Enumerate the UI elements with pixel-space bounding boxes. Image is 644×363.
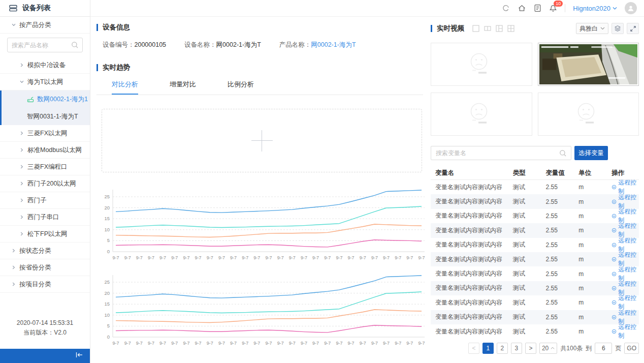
sidebar-product-group[interactable]: 模拟中冶设备 bbox=[0, 57, 90, 74]
device-info-field: 设备名称：网0002-1-海为T bbox=[184, 41, 261, 49]
trend-tab[interactable]: 对比分析 bbox=[112, 74, 138, 95]
layout-3-view-icon[interactable] bbox=[496, 25, 503, 32]
video-slot-camera[interactable] bbox=[538, 43, 639, 86]
chevron-right-icon bbox=[19, 215, 24, 220]
right-panel: 实时视频 bbox=[429, 17, 644, 363]
tree-item-label: 按项目分类 bbox=[19, 280, 51, 289]
trend-tab[interactable]: 比例分析 bbox=[228, 74, 254, 95]
sidebar-product-group[interactable]: 海为T以太网 bbox=[0, 74, 90, 90]
sidebar-product-group[interactable]: 西门子串口 bbox=[0, 209, 90, 226]
product-search bbox=[0, 34, 90, 57]
svg-text:9-7: 9-7 bbox=[324, 255, 331, 260]
remote-control-icon bbox=[611, 227, 617, 233]
content-row: 设备信息 设备编号：200000105设备名称：网0002-1-海为T产品名称：… bbox=[90, 17, 644, 363]
sidebar-category-group[interactable]: 按省份分类 bbox=[0, 259, 90, 276]
variable-name-cell: 变量名测试内容测试内容 bbox=[431, 269, 513, 278]
value-cell: 2.55 bbox=[545, 299, 578, 306]
select-variables-button[interactable]: 选择变量 bbox=[574, 146, 608, 160]
video-slot-empty[interactable] bbox=[431, 43, 532, 86]
sidebar-category-group[interactable]: 按项目分类 bbox=[0, 276, 90, 293]
device-info-fields: 设备编号：200000105设备名称：网0002-1-海为T产品名称：网0002… bbox=[103, 41, 429, 49]
trend-title: 实时趋势 bbox=[103, 63, 130, 72]
notification-bell-icon[interactable]: 10 bbox=[549, 4, 557, 13]
next-page-button[interactable]: > bbox=[525, 343, 536, 354]
device-info-section-title: 设备信息 bbox=[96, 23, 429, 32]
sidebar-category-group[interactable]: 按状态分类 bbox=[0, 243, 90, 259]
svg-text:9-7: 9-7 bbox=[406, 255, 413, 260]
unit-cell: m bbox=[578, 299, 611, 306]
page-button[interactable]: 3 bbox=[511, 343, 522, 354]
remote-control-icon bbox=[611, 314, 617, 320]
remote-control-label: 远程控制 bbox=[618, 323, 639, 340]
home-icon[interactable] bbox=[518, 4, 526, 12]
table-row: 变量名测试内容测试内容测试2.55m远程控制 bbox=[431, 194, 639, 208]
page-size-select[interactable]: 20 bbox=[539, 343, 557, 354]
video-grid bbox=[431, 43, 639, 136]
type-cell: 测试 bbox=[513, 183, 546, 192]
sidebar-group-by-product[interactable]: 按产品分类 bbox=[0, 17, 90, 34]
svg-text:25: 25 bbox=[104, 279, 110, 285]
camera-feed-image bbox=[539, 44, 637, 84]
remote-control-icon bbox=[611, 328, 617, 335]
device-info-field: 产品名称：网0002-1-海为T bbox=[279, 41, 356, 49]
svg-text:9-7: 9-7 bbox=[312, 255, 319, 260]
sidebar-device-item[interactable]: 智网0031-1-海为T bbox=[2, 108, 90, 125]
theme-select[interactable]: 典雅白 bbox=[576, 23, 608, 34]
variable-search-input[interactable] bbox=[431, 146, 571, 160]
layout-4-view-icon[interactable] bbox=[507, 25, 514, 32]
sidebar-product-group[interactable]: 三菱FX以太网 bbox=[0, 125, 90, 142]
trend-tab[interactable]: 增量对比 bbox=[170, 74, 196, 95]
refresh-icon[interactable] bbox=[502, 4, 510, 12]
sidebar-footer: 2020-07-14 15:53:31 当前版本：V2.0 bbox=[0, 318, 90, 349]
value-cell: 2.55 bbox=[545, 198, 578, 205]
notification-badge: 10 bbox=[554, 1, 563, 7]
goto-page-button[interactable]: GO bbox=[624, 343, 639, 354]
tree-item-label: 三菱FX以太网 bbox=[27, 129, 67, 138]
svg-text:9-7: 9-7 bbox=[218, 255, 225, 260]
type-cell: 测试 bbox=[513, 240, 546, 249]
no-video-placeholder-icon bbox=[465, 103, 498, 126]
tree-item-label: 三菱FX编程口 bbox=[27, 163, 67, 171]
video-section-title: 实时视频 bbox=[431, 24, 464, 33]
value-cell: 2.55 bbox=[545, 227, 578, 234]
svg-text:9-7: 9-7 bbox=[124, 341, 131, 346]
page-button[interactable]: 2 bbox=[497, 343, 508, 354]
video-layout-switcher bbox=[472, 25, 514, 32]
sidebar-product-group[interactable]: 西门子200以太网 bbox=[0, 175, 90, 192]
username: Hignton2020 bbox=[573, 5, 610, 12]
goto-page-input[interactable] bbox=[595, 343, 612, 354]
table-row: 变量名测试内容测试内容测试2.55m远程控制 bbox=[431, 238, 639, 252]
layout-1-view-icon[interactable] bbox=[472, 25, 479, 32]
sidebar-device-item[interactable]: 数网0002-1-海为1 bbox=[2, 90, 90, 108]
video-slot-empty[interactable] bbox=[431, 93, 532, 136]
section-bar bbox=[96, 64, 98, 71]
fullscreen-button[interactable] bbox=[627, 23, 639, 34]
column-header: 类型 bbox=[513, 169, 546, 177]
layout-2-view-icon[interactable] bbox=[484, 25, 491, 32]
variable-name-cell: 变量名测试内容测试内容 bbox=[431, 211, 513, 220]
sidebar-product-group[interactable]: 松下FP以太网 bbox=[0, 226, 90, 243]
layers-button[interactable] bbox=[611, 23, 624, 34]
type-cell: 测试 bbox=[513, 255, 546, 264]
unit-cell: m bbox=[578, 227, 611, 234]
trend-charts: 05101520259-79-79-79-79-79-79-79-79-79-7… bbox=[98, 187, 429, 348]
avatar[interactable] bbox=[625, 2, 637, 14]
sidebar-collapse-bar[interactable] bbox=[0, 349, 90, 363]
document-icon[interactable] bbox=[534, 4, 541, 12]
prev-page-button[interactable]: < bbox=[468, 343, 479, 354]
sidebar-product-group[interactable]: 西门子 bbox=[0, 192, 90, 209]
user-menu[interactable]: Hignton2020 bbox=[573, 5, 617, 12]
sidebar-product-group[interactable]: 标准Modbus以太网 bbox=[0, 142, 90, 159]
add-variable-dropzone[interactable] bbox=[102, 109, 422, 172]
svg-text:9-7: 9-7 bbox=[360, 255, 366, 260]
section-bar bbox=[96, 24, 98, 31]
tree-item-label: 海为T以太网 bbox=[27, 78, 63, 86]
remote-control-link[interactable]: 远程控制 bbox=[611, 323, 639, 340]
svg-text:9-7: 9-7 bbox=[301, 255, 307, 260]
svg-text:9-7: 9-7 bbox=[324, 341, 331, 346]
variable-search-row: 选择变量 bbox=[431, 146, 639, 160]
video-slot-empty[interactable] bbox=[538, 93, 639, 136]
product-name-link[interactable]: 网0002-1-海为T bbox=[311, 41, 356, 48]
sidebar-product-group[interactable]: 三菱FX编程口 bbox=[0, 159, 90, 175]
page-button[interactable]: 1 bbox=[482, 343, 494, 354]
